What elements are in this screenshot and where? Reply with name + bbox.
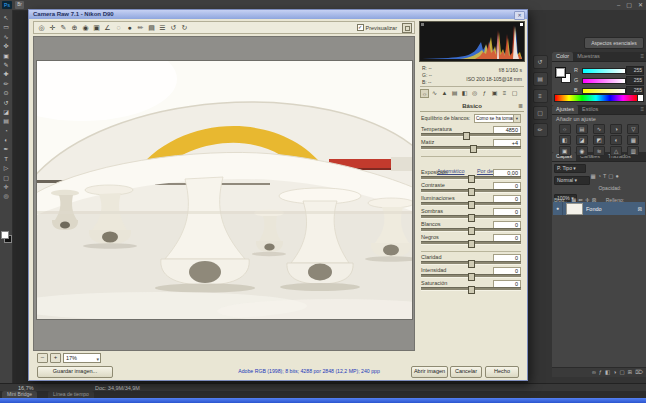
panel-menu-icon[interactable]: ≡ xyxy=(640,105,646,114)
photo-preview[interactable] xyxy=(37,61,412,319)
layer-visibility-icon[interactable]: ● xyxy=(553,202,563,215)
slider-track[interactable] xyxy=(421,274,521,278)
tab-tone-curve-icon[interactable]: ∿ xyxy=(430,89,439,98)
exposure-icon[interactable]: ◑ xyxy=(610,124,622,134)
eyedropper-tool-icon[interactable]: ✎ xyxy=(0,61,13,70)
panel-menu-icon[interactable]: ≡ xyxy=(640,52,646,61)
slider-track[interactable] xyxy=(421,287,521,291)
preferences-button-icon[interactable]: ☰ xyxy=(157,22,168,33)
crop-tool-icon[interactable]: ▣ xyxy=(91,22,102,33)
red-eye-tool-icon[interactable]: ● xyxy=(124,22,135,33)
slider-handle[interactable] xyxy=(468,286,475,294)
minimize-button[interactable]: – xyxy=(617,0,620,10)
tab-lens-corrections-icon[interactable]: ◎ xyxy=(470,89,479,98)
foreground-background-swatches[interactable] xyxy=(1,231,12,243)
tab-timeline[interactable]: Línea de tiempo xyxy=(48,391,94,398)
channel-g-value[interactable]: 255 xyxy=(626,76,644,85)
curves-icon[interactable]: ∿ xyxy=(593,124,605,134)
tab-muestras[interactable]: Muestras xyxy=(573,52,604,61)
slider-track[interactable] xyxy=(421,215,521,219)
invert-icon[interactable]: ◉ xyxy=(576,146,588,156)
color-swatches[interactable] xyxy=(555,67,571,83)
tab-basic-icon[interactable]: ☼ xyxy=(420,89,429,98)
tab-snapshots-icon[interactable]: ▢ xyxy=(510,89,519,98)
black-white-icon[interactable]: ◩ xyxy=(593,135,605,145)
tab-presets-icon[interactable]: ≡ xyxy=(500,89,509,98)
tab-effects-icon[interactable]: ƒ xyxy=(480,89,489,98)
slider-track[interactable] xyxy=(421,202,521,206)
dodge-tool-icon[interactable]: ◐ xyxy=(0,136,13,145)
slider-track[interactable] xyxy=(421,261,521,265)
history-brush-tool-icon[interactable]: ↺ xyxy=(0,99,13,108)
color-lookup-icon[interactable]: ▣ xyxy=(559,146,571,156)
move-tool-icon[interactable]: ↖ xyxy=(0,14,13,23)
open-image-button[interactable]: Abrir imagen xyxy=(411,366,448,378)
slider-track[interactable] xyxy=(421,228,521,232)
blur-tool-icon[interactable]: ◔ xyxy=(0,127,13,136)
dialog-close-icon[interactable]: ✕ xyxy=(514,11,525,20)
tab-mini-bridge[interactable]: Mini Bridge xyxy=(2,391,37,398)
channel-mixer-icon[interactable]: ▦ xyxy=(627,135,639,145)
brush-panel-icon[interactable]: ✏ xyxy=(533,123,548,137)
slider-handle[interactable] xyxy=(468,240,475,248)
layer-effects-icon[interactable]: ƒ xyxy=(599,368,602,377)
white-balance-select[interactable]: Como se ha tomado▾ xyxy=(474,114,521,123)
graduated-filter-tool-icon[interactable]: ▤ xyxy=(146,22,157,33)
vibrance-icon[interactable]: ▽ xyxy=(627,124,639,134)
gradient-map-icon[interactable]: ▥ xyxy=(627,146,639,156)
slider-handle[interactable] xyxy=(470,145,477,153)
crop-tool-icon[interactable]: ▣ xyxy=(0,52,13,61)
panel-menu-icon[interactable]: ≣ xyxy=(518,101,523,111)
color-ramp[interactable] xyxy=(554,94,638,102)
hand-tool-icon[interactable]: ✛ xyxy=(47,22,58,33)
slider-track[interactable] xyxy=(421,241,521,245)
workflow-options-link[interactable]: Adobe RGB (1998); 8 bits; 4288 por 2848 … xyxy=(189,368,429,374)
rotate-left-button-icon[interactable]: ↺ xyxy=(168,22,179,33)
type-tool-icon[interactable]: T xyxy=(0,155,13,164)
hand-tool-icon[interactable]: ✛ xyxy=(0,183,13,192)
hue-saturation-icon[interactable]: ◧ xyxy=(559,135,571,145)
color-balance-icon[interactable]: ◪ xyxy=(576,135,588,145)
marquee-tool-icon[interactable]: ▭ xyxy=(0,23,13,32)
history-panel-icon[interactable]: ↺ xyxy=(533,55,548,69)
tab-split-toning-icon[interactable]: ◧ xyxy=(460,89,469,98)
tab-ajustes[interactable]: Ajustes xyxy=(552,105,578,114)
restore-button[interactable]: ▢ xyxy=(626,0,632,10)
rotate-right-button-icon[interactable]: ↻ xyxy=(179,22,190,33)
actions-panel-icon[interactable]: ▢ xyxy=(533,106,548,120)
channel-r-value[interactable]: 255 xyxy=(626,66,644,75)
slider-track[interactable] xyxy=(421,176,521,180)
close-button[interactable]: ✕ xyxy=(638,0,643,10)
workspace-switcher[interactable]: Aspectos esenciales xyxy=(584,37,644,49)
channel-g-slider[interactable] xyxy=(582,78,626,84)
foreground-color-swatch[interactable] xyxy=(1,231,9,239)
bridge-icon[interactable]: Br xyxy=(15,1,24,9)
levels-icon[interactable]: ▤ xyxy=(576,124,588,134)
info-panel-icon[interactable]: ≡ xyxy=(533,89,548,103)
posterize-icon[interactable]: ≋ xyxy=(593,146,605,156)
slider-track[interactable] xyxy=(421,133,521,137)
new-layer-icon[interactable]: ⊞ xyxy=(628,368,633,377)
color-sampler-tool-icon[interactable]: ⊕ xyxy=(69,22,80,33)
new-adjustment-layer-icon[interactable]: ◑ xyxy=(613,368,616,377)
tab-detail-icon[interactable]: ▲ xyxy=(440,89,449,98)
adjustment-brush-tool-icon[interactable]: ✏ xyxy=(135,22,146,33)
channel-r-slider[interactable] xyxy=(582,68,626,74)
color-ramp-white-chip[interactable] xyxy=(637,94,644,102)
link-layers-icon[interactable]: ∞ xyxy=(592,368,596,377)
zoom-level-select[interactable]: 17%▾ xyxy=(63,353,101,363)
preview-checkbox[interactable]: ✓ xyxy=(357,24,364,31)
done-button[interactable]: Hecho xyxy=(485,366,519,378)
threshold-icon[interactable]: △ xyxy=(610,146,622,156)
zoom-in-button[interactable]: + xyxy=(50,353,61,363)
targeted-adjustment-tool-icon[interactable]: ◉ xyxy=(80,22,91,33)
foreground-swatch[interactable] xyxy=(555,67,566,78)
gradient-tool-icon[interactable]: ▤ xyxy=(0,117,13,126)
clone-stamp-tool-icon[interactable]: ⊙ xyxy=(0,89,13,98)
zoom-tool-icon[interactable]: ◎ xyxy=(36,22,47,33)
tab-color[interactable]: Color xyxy=(552,52,573,61)
white-balance-tool-icon[interactable]: ✎ xyxy=(58,22,69,33)
brush-tool-icon[interactable]: ✏ xyxy=(0,80,13,89)
tab-hsl-grayscale-icon[interactable]: ▤ xyxy=(450,89,459,98)
straighten-tool-icon[interactable]: ∠ xyxy=(102,22,113,33)
